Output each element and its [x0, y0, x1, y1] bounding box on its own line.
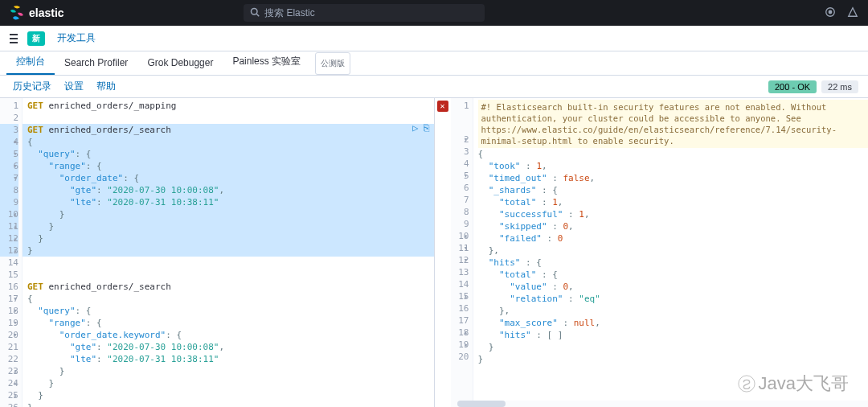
settings-link[interactable]: 设置: [58, 80, 90, 93]
tool-tabs: 控制台 Search Profiler Grok Debugger Painle…: [0, 51, 868, 76]
run-actions: ▷ ⎘: [412, 122, 428, 134]
tab-search-profiler[interactable]: Search Profiler: [55, 52, 137, 75]
elastic-logo-icon: [10, 6, 24, 20]
help-icon[interactable]: [847, 6, 858, 20]
search-icon: [250, 7, 260, 19]
tab-painless-lab[interactable]: Painless 实验室: [223, 50, 310, 75]
help-link[interactable]: 帮助: [90, 80, 122, 93]
dev-tools-link[interactable]: 开发工具: [51, 29, 101, 47]
request-pane[interactable]: 1234▾5▾6▾7▾8910▴11▴12▴13▴14151617▾18▾19▾…: [0, 98, 434, 407]
top-bar: elastic 搜索 Elastic: [0, 0, 868, 26]
search-placeholder: 搜索 Elastic: [264, 6, 315, 20]
response-latency-badge: 22 ms: [821, 80, 858, 93]
tab-grok-debugger[interactable]: Grok Debugger: [137, 52, 223, 75]
tab-console[interactable]: 控制台: [6, 50, 55, 75]
send-request-icon[interactable]: ▷: [412, 122, 418, 134]
horizontal-scrollbar[interactable]: [457, 401, 869, 407]
history-link[interactable]: 历史记录: [6, 80, 58, 93]
response-pane[interactable]: ✕ 12▾345▾678910▴11▾12▾131415▴161718▴19▴2…: [434, 98, 869, 407]
new-badge: 新: [27, 31, 45, 46]
svg-point-0: [252, 8, 258, 14]
global-search-input[interactable]: 搜索 Elastic: [244, 4, 485, 22]
svg-line-1: [256, 14, 259, 16]
nav-toggle-icon[interactable]: [6, 31, 21, 47]
response-status-badge: 200 - OK: [768, 80, 817, 93]
response-gutter: 12▾345▾678910▴11▾12▾131415▴161718▴19▴20: [451, 98, 473, 407]
close-warning-icon[interactable]: ✕: [437, 101, 448, 112]
newsfeed-icon[interactable]: [825, 6, 836, 20]
console-toolbar: 历史记录 设置 帮助 200 - OK 22 ms: [0, 76, 868, 98]
response-code[interactable]: #! Elasticsearch built-in security featu…: [473, 98, 869, 407]
response-close-col: ✕: [435, 98, 451, 407]
top-right-icons: [825, 6, 858, 20]
sub-bar: 新 开发工具: [0, 26, 868, 51]
brand-name: elastic: [29, 6, 64, 19]
request-options-icon[interactable]: ⎘: [424, 122, 429, 134]
brand-logo[interactable]: elastic: [0, 6, 74, 20]
svg-point-3: [829, 10, 832, 14]
request-code[interactable]: GET enriched_orders/_mappingGET enriched…: [23, 98, 434, 407]
beta-badge: 公测版: [315, 52, 350, 75]
editor-split: 1234▾5▾6▾7▾8910▴11▴12▴13▴14151617▾18▾19▾…: [0, 98, 868, 407]
request-gutter: 1234▾5▾6▾7▾8910▴11▴12▴13▴14151617▾18▾19▾…: [0, 98, 23, 407]
